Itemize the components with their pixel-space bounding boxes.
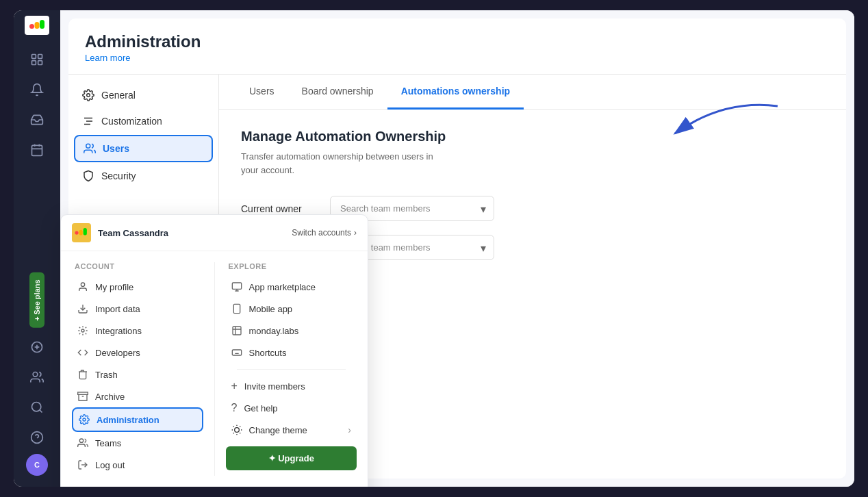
svg-point-30 [81,329,84,332]
search-icon-btn[interactable] [22,394,52,421]
svg-rect-2 [40,20,44,29]
svg-line-49 [233,433,233,433]
home-icon-btn[interactable] [22,46,52,73]
account-col: Account My profile Import data Integrati… [72,262,203,476]
svg-line-50 [240,426,240,427]
svg-rect-0 [29,24,34,29]
tab-board-ownership[interactable]: Board ownership [288,75,387,110]
svg-point-14 [33,372,38,377]
admin-header: Administration Learn more [68,18,846,75]
tab-automations-ownership[interactable]: Automations ownership [387,75,524,110]
import-data-item[interactable]: Import data [72,298,203,320]
bell-icon-btn[interactable] [22,76,52,103]
dropdown-team-header: Team Cassandra Switch accounts › [61,215,368,251]
svg-rect-27 [84,228,87,235]
svg-point-15 [32,403,41,411]
svg-point-34 [79,439,83,442]
nav-general[interactable]: General [74,83,213,107]
user-avatar[interactable]: C [26,454,48,476]
nav-customization[interactable]: Customization [74,109,213,133]
archive-item[interactable]: Archive [72,385,203,407]
svg-rect-26 [79,230,83,235]
nav-users[interactable]: Users [74,135,213,162]
tabs-bar: Users Board ownership Automations owners… [219,75,846,110]
svg-point-19 [87,94,90,97]
monday-labs-item[interactable]: monday.labs [226,320,357,342]
change-theme-btn[interactable]: Change theme › [226,419,357,441]
svg-rect-3 [32,55,36,59]
tab-users[interactable]: Users [235,75,288,110]
svg-rect-36 [232,283,241,289]
svg-line-46 [240,433,240,433]
inbox-icon-btn[interactable] [22,106,52,133]
svg-rect-25 [75,231,78,234]
dropdown-columns: Account My profile Import data Integrati… [61,251,368,487]
help-icon-btn[interactable] [22,424,52,451]
get-help-btn[interactable]: ? Get help [226,397,357,419]
account-dropdown: Team Cassandra Switch accounts › Account… [60,214,368,487]
app-marketplace-item[interactable]: App marketplace [226,276,357,298]
content-subtitle: Transfer automation ownership between us… [241,150,446,177]
people-icon-btn[interactable] [22,364,52,391]
administration-item[interactable]: Administration [72,407,203,432]
account-section-label: Account [72,262,203,270]
svg-point-28 [81,283,84,286]
nav-security[interactable]: Security [74,164,213,188]
invite-members-btn[interactable]: + Invite members [226,375,357,397]
svg-rect-5 [32,61,36,65]
svg-line-16 [40,410,42,413]
sidebar-nav [22,46,52,272]
svg-rect-41 [232,350,241,355]
sidebar-bottom: + See plans C [22,272,52,481]
see-plans-btn[interactable]: + See plans [29,272,44,328]
svg-rect-4 [38,55,42,59]
trash-item[interactable]: Trash [72,364,203,385]
explore-col: Explore App marketplace Mobile app monda… [214,262,357,476]
learn-more-link[interactable]: Learn more [85,53,830,63]
integrations-item[interactable]: Integrations [72,320,203,342]
svg-rect-6 [38,61,42,65]
app-logo[interactable] [25,16,49,35]
team-name: Team Cassandra [98,228,168,238]
developers-item[interactable]: Developers [72,342,203,364]
svg-rect-1 [35,22,40,29]
left-sidebar: + See plans C [14,10,60,487]
svg-rect-7 [32,145,42,155]
teams-item[interactable]: Teams [72,432,203,454]
calendar-icon-btn[interactable] [22,136,52,164]
current-owner-label: Current owner [241,203,330,214]
explore-section-label: Explore [226,262,357,270]
upgrade-button[interactable]: ✦ Upgrade [226,446,357,470]
switch-accounts-btn[interactable]: Switch accounts › [292,228,357,238]
page-title: Administration [85,32,830,51]
my-profile-item[interactable]: My profile [72,276,203,298]
svg-point-23 [86,144,90,148]
divider [237,369,346,370]
shortcuts-item[interactable]: Shortcuts [226,342,357,364]
content-title: Manage Automation Ownership [241,129,824,144]
mobile-app-item[interactable]: Mobile app [226,298,357,320]
add-workspace-btn[interactable] [22,333,52,361]
svg-line-45 [233,426,233,427]
log-out-item[interactable]: Log out [72,454,203,476]
team-info: Team Cassandra [72,223,168,242]
svg-rect-31 [78,392,88,394]
svg-point-33 [83,418,86,421]
svg-point-42 [234,428,239,433]
team-avatar [72,223,91,242]
